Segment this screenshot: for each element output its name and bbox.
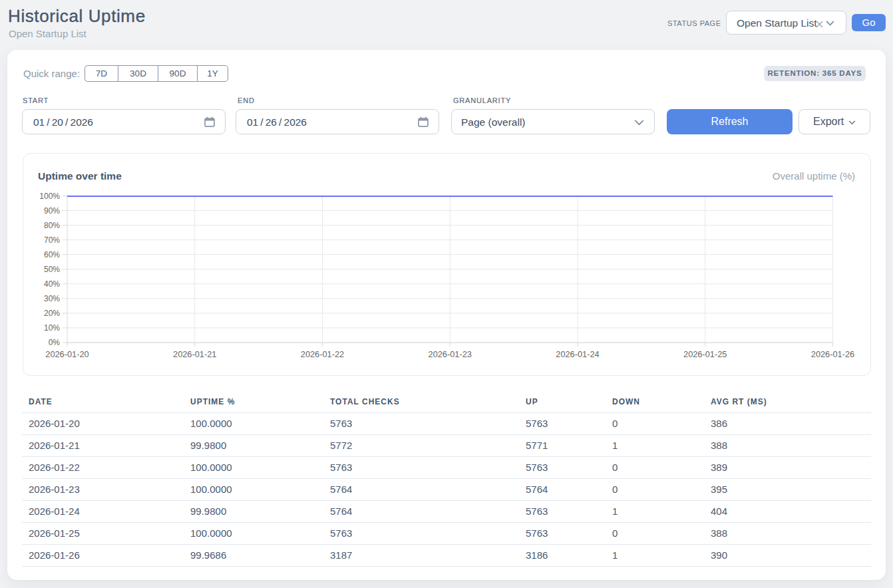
svg-text:10%: 10% — [44, 323, 60, 333]
svg-text:60%: 60% — [44, 250, 60, 259]
svg-text:70%: 70% — [44, 235, 60, 245]
svg-text:90%: 90% — [44, 206, 60, 216]
svg-text:80%: 80% — [44, 221, 60, 230]
svg-text:50%: 50% — [44, 265, 60, 274]
svg-text:40%: 40% — [44, 279, 60, 289]
svg-text:20%: 20% — [44, 309, 60, 318]
svg-text:2026-01-25: 2026-01-25 — [683, 349, 727, 359]
svg-text:2026-01-21: 2026-01-21 — [173, 349, 216, 359]
svg-text:2026-01-22: 2026-01-22 — [301, 349, 344, 359]
svg-text:2026-01-23: 2026-01-23 — [429, 349, 472, 359]
svg-text:0%: 0% — [49, 338, 61, 347]
svg-text:2026-01-24: 2026-01-24 — [556, 349, 599, 359]
svg-text:2026-01-20: 2026-01-20 — [45, 349, 89, 359]
svg-text:30%: 30% — [44, 294, 60, 303]
svg-text:2026-01-26: 2026-01-26 — [811, 349, 854, 359]
svg-text:100%: 100% — [39, 192, 60, 201]
